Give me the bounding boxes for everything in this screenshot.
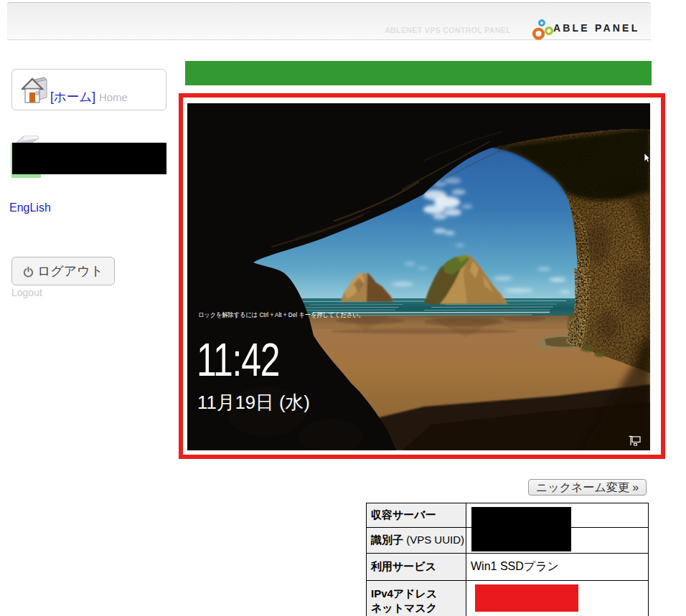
svg-text:11:42: 11:42 <box>197 334 279 385</box>
svg-text:11月19日 (水): 11月19日 (水) <box>197 392 310 412</box>
svg-text:ロックを解除するには Ctrl + Alt + Del キー: ロックを解除するには Ctrl + Alt + Del キーを押してください。 <box>198 311 365 319</box>
